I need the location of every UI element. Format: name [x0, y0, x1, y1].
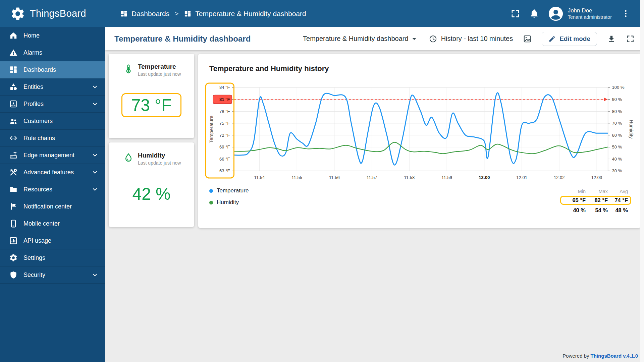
sidebar-item-resources[interactable]: Resources: [0, 181, 105, 198]
chart-footer: Temperature Humidity Min Max Avg: [198, 181, 641, 215]
svg-text:11:57: 11:57: [367, 175, 377, 180]
sidebar-item-security[interactable]: Security: [0, 266, 105, 284]
sidebar-item-label: Mobile center: [23, 220, 60, 227]
thingsboard-logo[interactable]: ThingsBoard: [0, 6, 105, 21]
humidity-stats-row: 40 % 54 % 48 %: [560, 206, 631, 215]
download-button[interactable]: [607, 35, 616, 43]
security-icon: [9, 270, 18, 279]
alarms-icon: [9, 48, 18, 57]
arrow-drop-down-icon: [410, 35, 419, 43]
version-link[interactable]: ThingsBoard v.4.1.0: [591, 353, 638, 359]
notification-icon: [9, 202, 18, 211]
stats-header-avg: Avg: [620, 189, 628, 194]
dashboard-select[interactable]: Temperature & Humidity dashboard: [303, 35, 419, 43]
chevron-down-icon: [91, 83, 99, 90]
avatar: [548, 6, 564, 21]
series-temperature: [234, 93, 607, 165]
svg-text:72 °F: 72 °F: [219, 133, 230, 138]
humidity-avg: 48 %: [615, 207, 628, 214]
sidebar-item-alarms[interactable]: Alarms: [0, 44, 105, 61]
notifications-button[interactable]: [529, 9, 539, 18]
temperature-min: 65 °F: [572, 197, 586, 203]
user-name: John Doe: [568, 7, 612, 14]
screenshot-button[interactable]: [523, 35, 532, 43]
svg-text:12:01: 12:01: [516, 175, 527, 180]
edit-mode-label: Edit mode: [559, 35, 590, 43]
svg-text:90 %: 90 %: [612, 97, 622, 102]
breadcrumb-item-current-dashboard[interactable]: Temperature & Humidity dashboard: [184, 10, 306, 18]
humidity-min: 40 %: [573, 207, 586, 214]
sidebar-item-settings[interactable]: Settings: [0, 249, 105, 266]
resources-icon: [9, 185, 18, 194]
thingsboard-logo-icon: [10, 6, 25, 21]
svg-text:11:55: 11:55: [291, 175, 302, 180]
scrollbar-track[interactable]: [640, 0, 644, 362]
sidebar-item-edge-management[interactable]: Edge management: [0, 147, 105, 164]
breadcrumb-item-dashboards[interactable]: Dashboards: [120, 10, 169, 18]
kebab-menu-button[interactable]: [621, 9, 631, 18]
humidity-card: Humidity Last update just now 42 %: [109, 142, 194, 227]
dashboards-icon: [9, 65, 18, 74]
image-icon: [523, 35, 532, 43]
stats-header-row: Min Max Avg: [560, 187, 631, 195]
breadcrumb-root-label: Dashboards: [131, 10, 169, 18]
humidity-value: 42 %: [132, 184, 171, 204]
sidebar-item-entities[interactable]: Entities: [0, 78, 105, 96]
thermometer-icon: [123, 64, 133, 74]
timewindow-button[interactable]: History - last 10 minutes: [429, 35, 513, 43]
dashboard-content: Temperature Last update just now 73 °F: [105, 50, 644, 362]
sidebar-nav: HomeAlarmsDashboardsEntitiesProfilesCust…: [0, 27, 105, 362]
sidebar-item-rule-chains[interactable]: Rule chains: [0, 130, 105, 147]
sidebar-item-label: API usage: [23, 237, 51, 244]
user-role: Tenant administrator: [568, 14, 612, 20]
temperature-card-header: Temperature Last update just now: [109, 63, 194, 77]
toolbar-fullscreen-button[interactable]: [626, 35, 635, 43]
stats-header-max: Max: [599, 189, 608, 194]
powered-by: Powered byThingsBoard v.4.1.0: [562, 353, 638, 359]
top-header: ThingsBoard Dashboards > Temperature & H…: [0, 0, 644, 27]
breadcrumb-current-label: Temperature & Humidity dashboard: [195, 10, 306, 18]
header-fullscreen-button[interactable]: [511, 9, 520, 18]
humidity-legend-label: Humidity: [217, 199, 239, 206]
dashboard-toolbar: Temperature & Humidity dashboard Tempera…: [105, 27, 644, 50]
sidebar-item-label: Entities: [23, 83, 43, 90]
legend-item-humidity[interactable]: Humidity: [209, 199, 249, 206]
svg-text:12:00: 12:00: [479, 175, 490, 180]
temperature-value-box: 73 °F: [121, 93, 181, 117]
humidity-max: 54 %: [595, 207, 608, 214]
app-name: ThingsBoard: [30, 8, 86, 19]
svg-text:50 %: 50 %: [612, 144, 622, 149]
svg-text:70 %: 70 %: [612, 121, 622, 126]
page-title: Temperature & Humidity dashboard: [114, 34, 251, 44]
svg-text:66 °F: 66 °F: [219, 157, 230, 162]
user-info: John Doe Tenant administrator: [568, 7, 612, 20]
svg-text:11:58: 11:58: [404, 175, 415, 180]
svg-text:60 %: 60 %: [612, 133, 622, 138]
svg-text:75 °F: 75 °F: [219, 121, 230, 126]
sidebar-item-label: Alarms: [23, 49, 42, 56]
edit-mode-button[interactable]: Edit mode: [542, 32, 597, 46]
temperature-value: 73 °F: [131, 96, 171, 115]
svg-text:11:54: 11:54: [254, 175, 265, 180]
settings-icon: [9, 253, 18, 262]
sidebar-item-label: Edge management: [23, 152, 74, 159]
sidebar-item-mobile-center[interactable]: Mobile center: [0, 215, 105, 232]
sidebar-item-api-usage[interactable]: API usage: [0, 232, 105, 249]
clock-icon: [429, 35, 437, 43]
sidebar-item-advanced-features[interactable]: Advanced features: [0, 164, 105, 181]
sidebar-item-label: Dashboards: [23, 66, 56, 73]
sidebar-item-home[interactable]: Home: [0, 27, 105, 44]
sidebar-item-profiles[interactable]: Profiles: [0, 96, 105, 113]
temperature-card-subtitle: Last update just now: [138, 71, 181, 77]
sidebar-item-notification-center[interactable]: Notification center: [0, 198, 105, 215]
dashboards-grid-icon: [120, 10, 128, 17]
humidity-card-header: Humidity Last update just now: [109, 152, 194, 166]
sidebar-item-customers[interactable]: Customers: [0, 113, 105, 130]
user-menu[interactable]: John Doe Tenant administrator: [548, 6, 612, 21]
sidebar-item-dashboards[interactable]: Dashboards: [0, 61, 105, 78]
humidity-card-subtitle: Last update just now: [138, 160, 181, 166]
sidebar-item-label: Home: [23, 32, 40, 39]
humidity-legend-dot: [209, 201, 213, 204]
legend-item-temperature[interactable]: Temperature: [209, 187, 249, 194]
chart-legend: Temperature Humidity: [209, 187, 249, 206]
